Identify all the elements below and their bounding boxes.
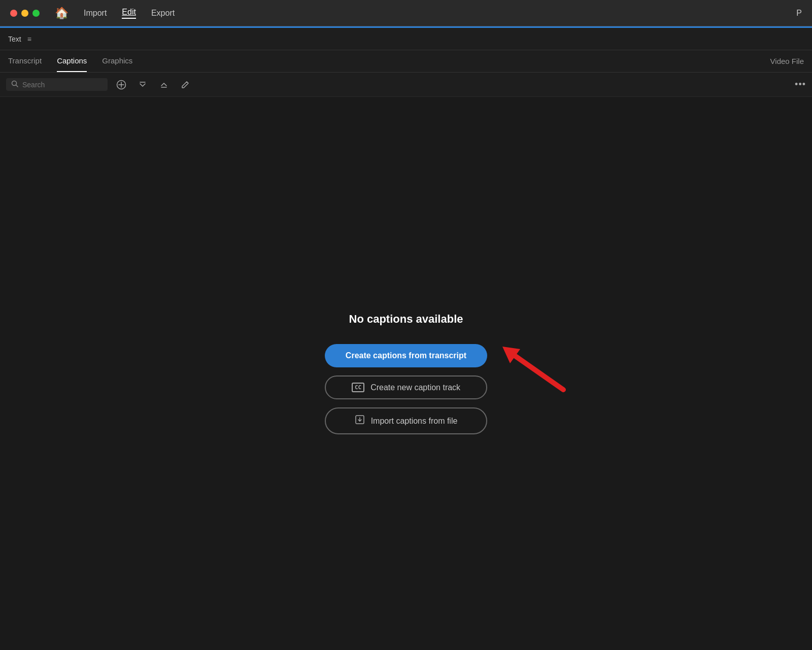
svg-line-7 [513,354,563,390]
edit-button[interactable] [178,77,193,92]
tabs-left: Transcript Captions Graphics [8,50,132,72]
create-from-transcript-button[interactable]: Create captions from transcript [325,344,487,367]
svg-line-1 [16,85,18,87]
titlebar-right-label: P [796,9,802,18]
red-arrow-annotation [482,334,573,400]
search-input[interactable] [22,81,93,89]
more-options-button[interactable]: ••• [795,79,806,90]
panel-menu-icon[interactable]: ≡ [27,35,31,43]
video-file-label: Video File [770,57,804,65]
primary-button-wrapper: Create captions from transcript [325,344,487,367]
create-new-caption-track-label: Create new caption track [370,383,460,392]
create-new-caption-track-button[interactable]: CC Create new caption track [325,375,487,399]
import-captions-label: Import captions from file [371,417,458,426]
minimize-button[interactable] [21,10,28,17]
search-icon [11,80,18,89]
titlebar: 🏠 Import Edit Export P [0,0,812,26]
import-captions-from-file-button[interactable]: Import captions from file [325,407,487,434]
collapse-button[interactable] [156,77,172,92]
toolbar: ••• [0,73,812,97]
import-icon [355,415,365,427]
panel-title: Text [8,35,21,43]
expand-button[interactable] [135,77,150,92]
buttons-container: Create captions from transcript CC Creat… [325,344,487,434]
panel-header: Text ≡ [0,28,812,50]
tab-graphics[interactable]: Graphics [102,50,132,72]
close-button[interactable] [10,10,17,17]
tab-captions[interactable]: Captions [57,50,87,72]
cc-icon: CC [352,383,364,392]
home-icon[interactable]: 🏠 [55,7,69,20]
add-button[interactable] [114,77,129,92]
nav-edit[interactable]: Edit [122,8,136,19]
maximize-button[interactable] [32,10,40,17]
titlebar-nav: Import Edit Export [84,8,175,19]
main-content: No captions available Create captions fr… [0,97,812,650]
empty-state-title: No captions available [349,313,463,326]
tabs-bar: Transcript Captions Graphics Video File [0,50,812,73]
nav-export[interactable]: Export [151,9,175,18]
nav-import[interactable]: Import [84,9,107,18]
search-box[interactable] [6,78,108,91]
svg-marker-8 [502,347,520,363]
traffic-lights [10,10,40,17]
tab-transcript[interactable]: Transcript [8,50,42,72]
